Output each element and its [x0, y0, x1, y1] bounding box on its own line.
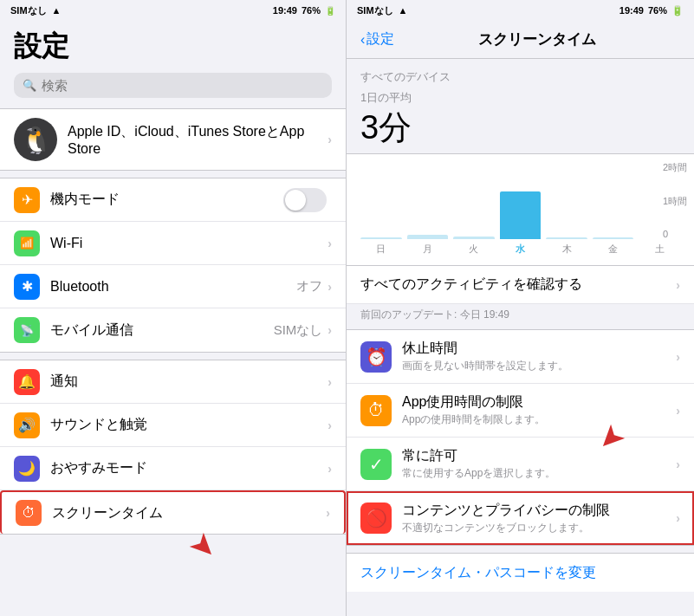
row-always-allowed[interactable]: ✓ 常に許可 常に使用するAppを選択します。 › ➤ — [347, 438, 694, 491]
y-label-2h: 2時間 — [663, 161, 687, 174]
always-allowed-title: 常に許可 — [402, 447, 676, 465]
always-allowed-icon: ✓ — [360, 449, 392, 480]
section-connectivity: ✈ 機内モード 📶 Wi-Fi › ✱ Bluetooth オフ › 📡 — [0, 178, 346, 353]
bluetooth-icon: ✱ — [14, 274, 40, 300]
applimits-text: App使用時間の制限 Appの使用時間を制限します。 — [402, 393, 676, 427]
row-downtime[interactable]: ⏰ 休止時間 画面を見ない時間帯を設定します。 › — [347, 330, 694, 384]
row-applimits[interactable]: ⏱ App使用時間の制限 Appの使用時間を制限します。 › — [347, 384, 694, 438]
applimits-chevron: › — [676, 404, 680, 418]
row-dnd[interactable]: 🌙 おやすみモード › — [0, 447, 346, 490]
always-allowed-text: 常に許可 常に使用するAppを選択します。 — [402, 447, 676, 481]
right-panel: SIMなし ▲ 19:49 76% 🔋 ‹ 設定 スクリーンタイム すべてのデバ… — [347, 0, 694, 616]
chart-x-labels: 日月火水木金土 — [360, 239, 680, 256]
battery-percent-left: 76% — [302, 5, 321, 16]
chart-bar-日 — [360, 237, 402, 239]
chart-x-label-土: 土 — [639, 243, 680, 256]
chart-bar-木 — [546, 237, 587, 239]
apple-id-row[interactable]: 🐧 Apple ID、iCloud、iTunes StoreとApp Store… — [0, 108, 346, 171]
right-carrier: SIMなし — [357, 4, 393, 17]
update-info: 前回のアップデート: 今日 19:49 — [347, 304, 694, 329]
right-status-bar: SIMなし ▲ 19:49 76% 🔋 — [347, 0, 694, 21]
dnd-chevron: › — [328, 462, 332, 476]
airplane-toggle[interactable] — [283, 188, 327, 212]
row-screentime[interactable]: ⏱ スクリーンタイム › — [0, 490, 346, 534]
settings-title: 設定 — [14, 28, 332, 66]
notifications-label: 通知 — [50, 373, 328, 391]
content-privacy-sub: 不適切なコンテンツをブロックします。 — [402, 521, 676, 535]
airplane-icon: ✈ — [14, 187, 40, 213]
right-status-right: 19:49 76% 🔋 — [619, 5, 684, 16]
chart-bar-月 — [407, 235, 449, 239]
device-label: すべてのデバイス — [347, 59, 694, 88]
row-notifications[interactable]: 🔔 通知 › — [0, 360, 346, 404]
row-sound[interactable]: 🔊 サウンドと触覚 › — [0, 404, 346, 447]
chart-bar-col-日 — [360, 237, 402, 239]
wifi-label: Wi-Fi — [50, 236, 322, 251]
left-panel: SIMなし ▲ 19:49 76% 🔋 設定 🔍 🐧 Apple ID、iClo… — [0, 0, 347, 616]
bottom-link-row[interactable]: スクリーンタイム・パスコードを変更 — [347, 554, 694, 592]
downtime-chevron: › — [676, 350, 680, 364]
content-privacy-text: コンテンツとプライバシーの制限 不適切なコンテンツをブロックします。 — [402, 502, 676, 535]
settings-list: ✈ 機内モード 📶 Wi-Fi › ✱ Bluetooth オフ › 📡 — [0, 178, 346, 616]
chart-bar-col-金 — [593, 237, 634, 239]
row-content-privacy[interactable]: 🚫 コンテンツとプライバシーの制限 不適切なコンテンツをブロックします。 › — [347, 491, 694, 545]
right-time: 19:49 — [619, 5, 644, 16]
row-mobile[interactable]: 📡 モバイル通信 SIMなし › — [0, 308, 346, 352]
right-battery-icon: 🔋 — [671, 5, 684, 16]
sound-chevron: › — [328, 418, 332, 432]
daily-avg-value: 3分 — [360, 106, 680, 150]
chart-x-label-日: 日 — [360, 243, 402, 256]
mobile-chevron: › — [328, 323, 332, 337]
chart-bar-col-水 — [500, 191, 542, 239]
row-bluetooth[interactable]: ✱ Bluetooth オフ › — [0, 265, 346, 308]
bluetooth-label: Bluetooth — [50, 279, 296, 295]
section-notifications: 🔔 通知 › 🔊 サウンドと触覚 › 🌙 おやすみモード › ⏱ スクリーンタイ… — [0, 360, 346, 535]
chart-x-label-木: 木 — [546, 243, 587, 256]
row-airplane[interactable]: ✈ 機内モード — [0, 178, 346, 222]
wifi-icon: ▲ — [52, 5, 62, 16]
right-content: すべてのデバイス 1日の平均 3分 2時間 1時間 0 日月火水木金土 すべての… — [347, 59, 694, 616]
back-button[interactable]: ‹ 設定 — [360, 30, 394, 49]
search-input[interactable] — [42, 78, 323, 93]
apple-id-chevron: › — [328, 133, 332, 146]
chart-bar-col-火 — [453, 237, 495, 239]
always-allowed-chevron: › — [676, 457, 680, 471]
content-privacy-chevron: › — [676, 511, 680, 525]
right-status-left: SIMなし ▲ — [357, 4, 407, 17]
y-label-0: 0 — [663, 229, 687, 239]
avatar: 🐧 — [14, 118, 57, 161]
bluetooth-chevron: › — [328, 280, 332, 294]
right-nav-bar: ‹ 設定 スクリーンタイム — [347, 21, 694, 59]
always-allowed-sub: 常に使用するAppを選択します。 — [402, 466, 676, 481]
screentime-icon: ⏱ — [16, 500, 42, 526]
wifi-settings-icon: 📶 — [14, 230, 40, 256]
apple-id-name: Apple ID、iCloud、iTunes StoreとApp Store — [68, 123, 328, 157]
row-wifi[interactable]: 📶 Wi-Fi › — [0, 222, 346, 265]
all-activities-row[interactable]: すべてのアクティビティを確認する › — [347, 266, 694, 304]
mobile-icon: 📡 — [14, 317, 40, 343]
left-status-right: 19:49 76% 🔋 — [273, 5, 335, 16]
applimits-icon: ⏱ — [360, 395, 392, 426]
apple-id-text: Apple ID、iCloud、iTunes StoreとApp Store — [68, 123, 328, 157]
chart-y-labels: 2時間 1時間 0 — [663, 161, 687, 239]
back-chevron: ‹ — [360, 32, 365, 48]
downtime-icon: ⏰ — [360, 341, 392, 373]
chart-bar-水 — [500, 191, 542, 239]
chart-bar-col-木 — [546, 237, 587, 239]
chart-bar-col-月 — [407, 235, 449, 239]
downtime-sub: 画面を見ない時間帯を設定します。 — [402, 359, 676, 373]
content-privacy-title: コンテンツとプライバシーの制限 — [402, 502, 676, 520]
mobile-value: SIMなし — [274, 322, 323, 339]
notifications-icon: 🔔 — [14, 369, 40, 395]
screentime-chevron: › — [326, 506, 330, 520]
carrier-label: SIMなし — [10, 4, 47, 17]
dnd-label: おやすみモード — [50, 459, 328, 477]
chart-bar-火 — [453, 237, 495, 239]
daily-avg: 1日の平均 3分 — [347, 88, 694, 153]
mobile-label: モバイル通信 — [50, 321, 274, 340]
search-icon: 🔍 — [23, 79, 36, 92]
all-activities-chevron: › — [676, 278, 680, 292]
search-bar[interactable]: 🔍 — [14, 73, 332, 98]
daily-avg-label: 1日の平均 — [360, 90, 680, 106]
bottom-link-label: スクリーンタイム・パスコードを変更 — [360, 564, 596, 582]
